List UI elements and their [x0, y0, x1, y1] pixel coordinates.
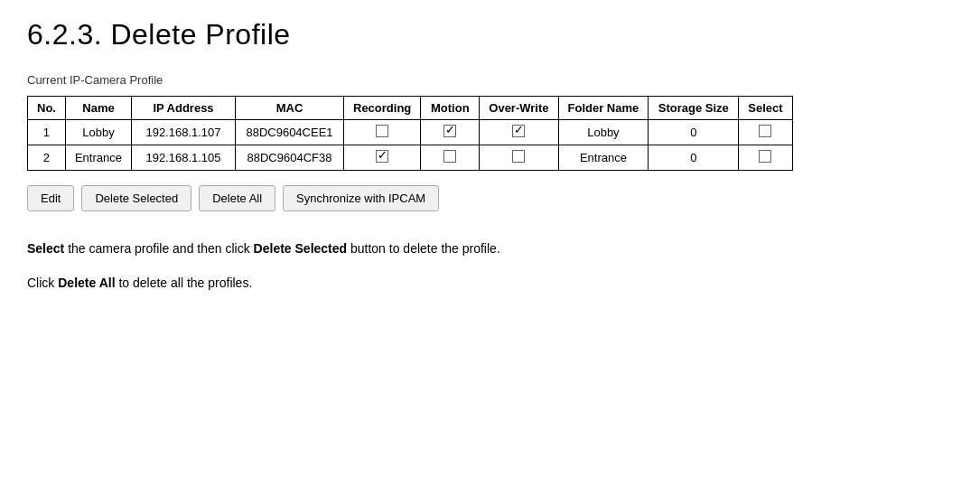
table-cell: 2	[28, 145, 66, 171]
table-cell: Lobby	[65, 120, 131, 145]
page-title: 6.2.3. Delete Profile	[27, 18, 953, 51]
table-cell: 88DC9604CF38	[236, 145, 344, 171]
table-cell: 88DC9604CEE1	[236, 120, 344, 145]
col-header-name: Name	[65, 97, 131, 120]
instruction-2-suffix: to delete all the profiles.	[116, 276, 253, 290]
section-label: Current IP-Camera Profile	[27, 73, 953, 87]
camera-profile-table: No. Name IP Address MAC Recording Motion…	[27, 96, 793, 171]
instruction-1-middle: the camera profile and then click	[64, 241, 253, 256]
checkbox[interactable]	[759, 150, 771, 163]
table-cell: 0	[649, 120, 739, 145]
col-header-mac: MAC	[236, 97, 344, 120]
col-header-motion: Motion	[421, 97, 480, 120]
col-header-storage: Storage Size	[649, 97, 739, 120]
checkbox[interactable]	[759, 125, 771, 137]
table-cell: 0	[649, 145, 739, 171]
checkbox[interactable]	[376, 150, 388, 163]
sync-button[interactable]: Synchronize with IPCAM	[283, 185, 439, 211]
instruction-1-suffix: button to delete the profile.	[347, 241, 500, 256]
edit-button[interactable]: Edit	[27, 185, 74, 211]
checkbox[interactable]	[512, 125, 525, 137]
table-cell: 192.168.1.105	[132, 145, 236, 171]
col-header-select: Select	[739, 97, 792, 120]
instruction-2: Click Delete All to delete all the profi…	[27, 273, 953, 293]
instruction-2-prefix: Click	[27, 276, 58, 290]
table-cell: Entrance	[558, 145, 649, 171]
delete-selected-bold: Delete Selected	[254, 241, 348, 256]
select-bold: Select	[27, 241, 64, 256]
table-cell: 192.168.1.107	[132, 120, 236, 145]
delete-all-button[interactable]: Delete All	[199, 185, 275, 211]
col-header-ip: IP Address	[132, 97, 236, 120]
delete-selected-button[interactable]: Delete Selected	[81, 185, 191, 211]
delete-all-bold: Delete All	[58, 276, 115, 290]
col-header-folder: Folder Name	[558, 97, 649, 120]
table-row: 2Entrance192.168.1.10588DC9604CF38Entran…	[28, 145, 793, 171]
button-row: Edit Delete Selected Delete All Synchron…	[27, 185, 953, 211]
table-row: 1Lobby192.168.1.10788DC9604CEE1Lobby0	[28, 120, 793, 145]
table-cell: Entrance	[65, 145, 131, 171]
table-cell: 1	[28, 120, 66, 145]
col-header-recording: Recording	[344, 97, 421, 120]
checkbox[interactable]	[443, 150, 456, 163]
checkbox[interactable]	[443, 125, 456, 137]
instruction-1: Select the camera profile and then click…	[27, 238, 953, 258]
checkbox[interactable]	[512, 150, 525, 163]
checkbox[interactable]	[376, 125, 388, 137]
table-cell: Lobby	[558, 120, 649, 145]
col-header-no: No.	[28, 97, 66, 120]
col-header-overwrite: Over-Write	[480, 97, 558, 120]
